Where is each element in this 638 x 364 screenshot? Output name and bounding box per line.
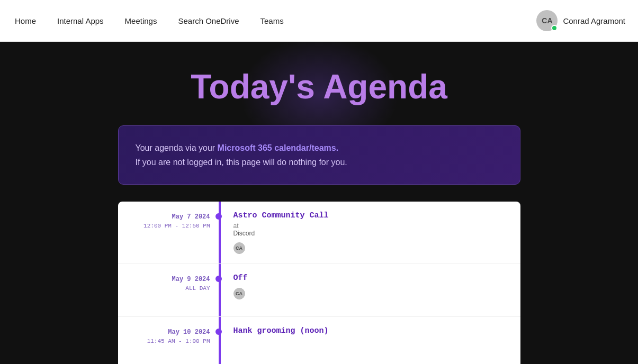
agenda-dot <box>215 329 222 335</box>
agenda-date-col: May 10 2024 11:45 AM - 1:00 PM <box>118 317 219 364</box>
agenda-item: May 9 2024 ALL DAY Off CA <box>118 263 520 316</box>
agenda-content: Astro Community Call at Discord CA <box>221 202 520 263</box>
nav-search-onedrive[interactable]: Search OneDrive <box>176 12 241 30</box>
attendee-avatar: CA <box>233 288 245 299</box>
agenda-content: Off CA <box>221 264 520 316</box>
agenda-date: May 9 2024 <box>129 276 210 283</box>
location: Discord <box>233 230 510 237</box>
agenda-content: Hank grooming (noon) <box>221 317 520 364</box>
avatar: CA <box>536 10 558 31</box>
event-title[interactable]: Astro Community Call <box>233 211 510 220</box>
agenda-date: May 10 2024 <box>129 329 210 336</box>
agenda-date: May 7 2024 <box>129 213 210 221</box>
info-line1: Your agenda via your Microsoft 365 calen… <box>136 141 503 155</box>
agenda-dot <box>215 213 222 220</box>
agenda-dot <box>215 276 222 282</box>
info-box: Your agenda via your Microsoft 365 calen… <box>118 125 520 185</box>
nav-links: Home Internal Apps Meetings Search OneDr… <box>13 12 536 30</box>
info-line2: If you are not logged in, this page will… <box>136 155 503 169</box>
agenda-item: May 7 2024 12:00 PM - 12:50 PM Astro Com… <box>118 202 520 263</box>
nav-internal-apps[interactable]: Internal Apps <box>55 12 106 30</box>
agenda-divider <box>219 264 221 316</box>
attendee: CA <box>233 288 510 299</box>
agenda-time: 12:00 PM - 12:50 PM <box>129 223 210 229</box>
hero-section: Today's Agenda <box>0 42 638 125</box>
agenda-container: May 7 2024 12:00 PM - 12:50 PM Astro Com… <box>118 202 520 364</box>
agenda-item: May 10 2024 11:45 AM - 1:00 PM Hank groo… <box>118 316 520 364</box>
agenda-time: ALL DAY <box>129 285 210 292</box>
navbar: Home Internal Apps Meetings Search OneDr… <box>0 0 638 42</box>
nav-teams[interactable]: Teams <box>258 12 286 30</box>
nav-user: CA Conrad Agramont <box>536 10 625 31</box>
agenda-time: 11:45 AM - 1:00 PM <box>129 338 210 344</box>
agenda-divider <box>219 202 221 263</box>
status-dot <box>551 25 558 31</box>
location-label: at <box>233 222 510 230</box>
attendee-avatar: CA <box>233 242 245 254</box>
agenda-date-col: May 9 2024 ALL DAY <box>118 264 219 316</box>
username: Conrad Agramont <box>563 16 625 25</box>
page-title: Today's Agenda <box>0 67 638 106</box>
agenda-date-col: May 7 2024 12:00 PM - 12:50 PM <box>118 202 219 263</box>
nav-home[interactable]: Home <box>13 12 38 30</box>
agenda-divider <box>219 317 221 364</box>
attendee: CA <box>233 242 510 254</box>
nav-meetings[interactable]: Meetings <box>123 12 159 30</box>
event-title[interactable]: Off <box>233 274 510 283</box>
event-title[interactable]: Hank grooming (noon) <box>233 326 510 335</box>
